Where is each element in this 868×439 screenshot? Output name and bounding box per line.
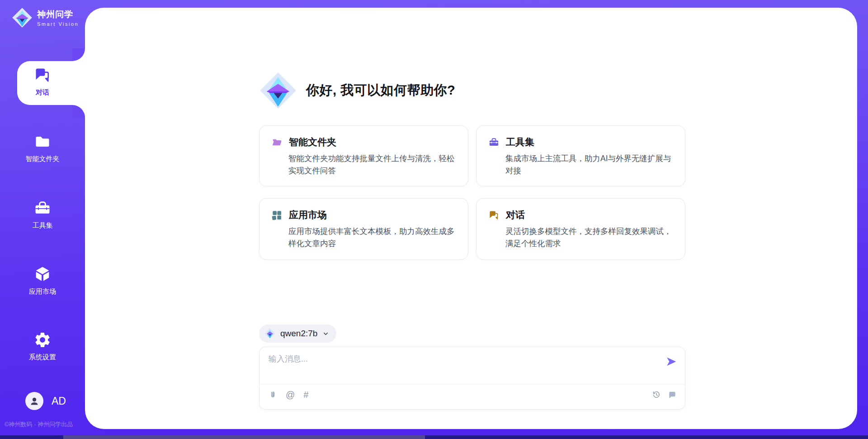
card-title: 智能文件夹: [289, 136, 336, 148]
tab-fillet-top: [72, 48, 85, 61]
composer-divider: [259, 384, 685, 384]
sidebar-item-toolset[interactable]: 工具集: [0, 199, 85, 230]
chat-icon: [33, 66, 52, 84]
brand-logo: 神州问学 Smart Vision: [12, 7, 79, 28]
sidebar-item-label: 对话: [36, 88, 49, 97]
sidebar: 神州问学 Smart Vision 对话 智能文件夹 工具集: [0, 0, 85, 435]
model-name: qwen2:7b: [280, 329, 317, 339]
avatar: [25, 392, 43, 410]
sidebar-item-settings[interactable]: 系统设置: [0, 331, 85, 362]
cube-icon: [33, 264, 52, 283]
tab-fillet-bottom: [72, 105, 85, 118]
grid-icon: [271, 210, 283, 221]
card-smart-folder[interactable]: 智能文件夹 智能文件夹功能支持批量文件上传与清洗，轻松实现文件问答: [259, 125, 468, 186]
card-description: 应用市场提供丰富长文本模板，助力高效生成多样化文章内容: [288, 225, 457, 250]
message-input[interactable]: [269, 353, 657, 380]
toolbox-icon: [33, 199, 52, 217]
chat-home: 你好, 我可以如何帮助你? 智能文件夹 智能文件夹功能支持批量文件上传与清洗，轻…: [259, 0, 685, 439]
feature-cards: 智能文件夹 智能文件夹功能支持批量文件上传与清洗，轻松实现文件问答 工具集 集成…: [259, 125, 685, 260]
sidebar-item-app-market[interactable]: 应用市场: [0, 264, 85, 296]
card-chat[interactable]: 对话 灵活切换多模型文件，支持多样回复效果调试，满足个性化需求: [476, 198, 685, 259]
history-button[interactable]: [652, 390, 661, 399]
gear-icon: [33, 331, 52, 349]
card-description: 集成市场上主流工具，助力AI与外界无缝扩展与对接: [505, 153, 674, 177]
history-icon: [652, 390, 661, 399]
card-toolset[interactable]: 工具集 集成市场上主流工具，助力AI与外界无缝扩展与对接: [476, 125, 685, 186]
sidebar-item-label: 智能文件夹: [26, 155, 60, 163]
topic-button[interactable]: #: [303, 390, 308, 399]
hash-icon: #: [303, 390, 308, 399]
brand-name: 神州问学: [37, 9, 79, 20]
at-sign-icon: @: [286, 390, 295, 399]
card-title: 对话: [506, 209, 525, 221]
folder-icon: [33, 133, 52, 151]
chevron-down-icon: [322, 330, 329, 337]
sidebar-item-label: 应用市场: [29, 287, 56, 296]
comment-icon: [668, 390, 677, 399]
sidebar-item-label: 工具集: [33, 221, 53, 230]
conversation-button[interactable]: [668, 390, 677, 399]
brand-diamond-icon: [12, 7, 33, 28]
greeting-text: 你好, 我可以如何帮助你?: [306, 81, 455, 100]
card-app-market[interactable]: 应用市场 应用市场提供丰富长文本模板，助力高效生成多样化文章内容: [259, 198, 468, 259]
assistant-gem-icon: [259, 72, 297, 110]
user-initials: AD: [52, 395, 66, 407]
send-button[interactable]: [665, 355, 678, 368]
person-icon: [29, 396, 40, 406]
toolbox-icon: [488, 137, 500, 148]
sidebar-item-smart-folder[interactable]: 智能文件夹: [0, 133, 85, 163]
model-gem-icon: [264, 328, 275, 339]
paperclip-icon: [269, 391, 277, 399]
chat-icon: [488, 210, 500, 221]
send-icon: [665, 356, 677, 367]
copyright-text: ©神州数码 · 神州问学出品: [5, 420, 73, 429]
card-description: 灵活切换多模型文件，支持多样回复效果调试，满足个性化需求: [505, 225, 674, 250]
sidebar-item-chat[interactable]: 对话: [0, 66, 85, 97]
message-composer: @ #: [259, 347, 685, 410]
mention-button[interactable]: @: [286, 390, 295, 399]
app-window: 神州问学 Smart Vision 对话 智能文件夹 工具集: [0, 0, 868, 439]
card-description: 智能文件夹功能支持批量文件上传与清洗，轻松实现文件问答: [288, 153, 457, 177]
folder-open-icon: [271, 137, 283, 148]
attach-file-button[interactable]: [269, 391, 277, 399]
greeting: 你好, 我可以如何帮助你?: [259, 72, 455, 110]
user-profile[interactable]: AD: [25, 392, 66, 410]
card-title: 工具集: [506, 136, 534, 148]
brand-subtitle: Smart Vision: [37, 21, 79, 27]
sidebar-item-label: 系统设置: [29, 353, 56, 362]
card-title: 应用市场: [289, 209, 327, 221]
model-selector[interactable]: qwen2:7b: [259, 324, 336, 343]
